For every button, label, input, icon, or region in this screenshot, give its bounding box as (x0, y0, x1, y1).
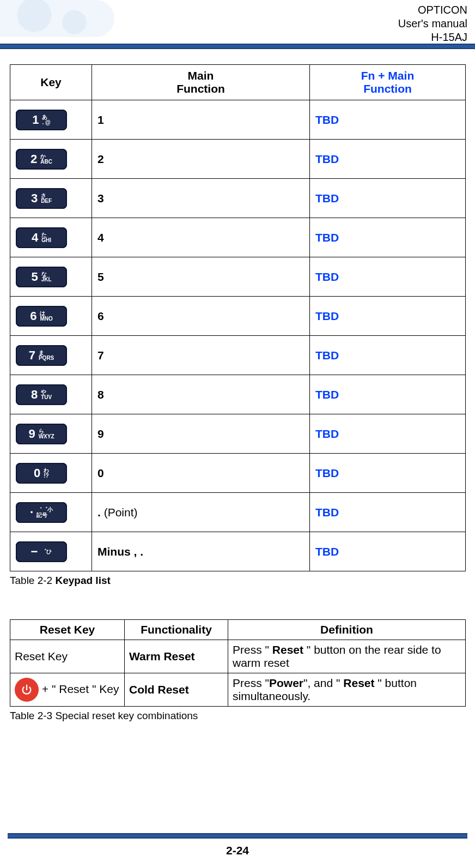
cell-fn-function: TBD (310, 100, 466, 140)
cell-fn-function: TBD (310, 179, 466, 218)
table1-caption-prefix: Table 2-2 (10, 575, 55, 586)
main-fn-label: 7 (98, 349, 104, 361)
cell-key: 7まPQRS (10, 336, 92, 375)
th-functionality: Functionality (125, 620, 228, 640)
th-main: Main Function (92, 65, 310, 100)
key-sub-glyph: わ!? (44, 468, 49, 479)
key-main-glyph: − (31, 546, 38, 558)
key-main-glyph: 8 (31, 389, 38, 401)
key-main-glyph: 9 (28, 428, 35, 440)
cell-fn-function: TBD (310, 218, 466, 257)
cell-key: ·゛゜小記号 (10, 493, 92, 532)
keypad-key-icon: 0わ!? (16, 463, 67, 484)
cell-main-function: Minus , . (92, 532, 310, 571)
cell-fn-function: TBD (310, 257, 466, 297)
table-row: 9らWXYZ9TBD (10, 414, 466, 454)
power-icon (15, 678, 39, 702)
cell-key: 0わ!? (10, 454, 92, 493)
key-sub-glyph: なJKL (41, 272, 52, 282)
table-row: 2かABC2TBD (10, 140, 466, 179)
cell-main-function: 1 (92, 100, 310, 140)
table-row: 4たGHI4TBD (10, 218, 466, 257)
cell-main-function: . (Point) (92, 493, 310, 532)
main-fn-rest: (Point) (101, 506, 138, 519)
page-number: 2-24 (0, 844, 475, 857)
reset-key-label: Reset Key (15, 650, 68, 662)
table1-caption-bold: Keypad list (55, 575, 110, 586)
table-row: 0わ!?0TBD (10, 454, 466, 493)
table-row: Reset Key Warm Reset Press " Reset " but… (10, 640, 466, 673)
def-bold-reset: Reset (272, 643, 303, 656)
cell-main-function: 0 (92, 454, 310, 493)
def-bold-reset: Reset (343, 677, 374, 689)
cell-main-function: 4 (92, 218, 310, 257)
cell-fn-function: TBD (310, 414, 466, 454)
cell-definition: Press " Reset " button on the rear side … (228, 640, 466, 673)
table-row: 3さDEF3TBD (10, 179, 466, 218)
cell-key: 3さDEF (10, 179, 92, 218)
cell-key: 9らWXYZ (10, 414, 92, 454)
cell-fn-function: TBD (310, 375, 466, 414)
table2-caption: Table 2-3 Special reset key combinations (10, 710, 475, 722)
def-mid: ", and " (303, 677, 343, 689)
keypad-key-icon: 9らWXYZ (16, 424, 67, 444)
th-reset-key: Reset Key (10, 620, 125, 640)
key-sub-glyph: ゛゜小記号 (36, 507, 53, 518)
cell-key: 6はMNO (10, 297, 92, 336)
cell-reset-key-combo: + " Reset " Key (10, 673, 125, 707)
keypad-key-icon: −゜ひ (16, 541, 67, 562)
th-fn-l2: Function (363, 82, 412, 95)
main-fn-label: 6 (98, 310, 104, 322)
key-main-glyph: 0 (34, 467, 40, 479)
th-fn-l1: Fn + Main (361, 69, 414, 82)
table-row: ·゛゜小記号. (Point)TBD (10, 493, 466, 532)
def-pre: Press " (233, 677, 269, 689)
keypad-key-icon: 1あ. @ (16, 110, 67, 130)
main-fn-label: Minus , . (98, 545, 143, 558)
reset-table: Reset Key Functionality Definition Reset… (10, 619, 466, 707)
keypad-key-icon: 7まPQRS (16, 345, 67, 366)
keypad-key-icon: 4たGHI (16, 227, 67, 248)
key-main-glyph: 3 (31, 192, 38, 204)
cell-key: 1あ. @ (10, 100, 92, 140)
header-text-block: OPTICON User's manual H-15AJ (398, 3, 467, 44)
key-main-glyph: 1 (32, 114, 39, 126)
cell-main-function: 5 (92, 257, 310, 297)
cell-fn-function: TBD (310, 532, 466, 571)
table-row: 8やTUV8TBD (10, 375, 466, 414)
table-row: + " Reset " Key Cold Reset Press "Power"… (10, 673, 466, 707)
cell-fn-function: TBD (310, 336, 466, 375)
cell-definition: Press "Power", and " Reset " button simu… (228, 673, 466, 707)
cell-main-function: 6 (92, 297, 310, 336)
warm-reset-label: Warm Reset (129, 650, 195, 662)
cell-key: 4たGHI (10, 218, 92, 257)
def-pre: Press " (233, 643, 272, 656)
def-bold-power: Power (269, 677, 303, 689)
cell-main-function: 3 (92, 179, 310, 218)
keypad-table: Key Main Function Fn + Main Function 1あ.… (10, 64, 466, 571)
main-fn-label: 0 (98, 467, 104, 479)
header-doc: User's manual (398, 17, 467, 31)
cell-key: 2かABC (10, 140, 92, 179)
cell-fn-function: TBD (310, 454, 466, 493)
main-fn-label: 8 (98, 388, 104, 401)
key-main-glyph: 2 (31, 153, 37, 165)
main-fn-label: 4 (98, 231, 104, 244)
main-fn-label: 3 (98, 192, 104, 204)
th-definition: Definition (228, 620, 466, 640)
main-fn-label: 2 (98, 153, 104, 165)
table1-caption: Table 2-2 Keypad list (10, 575, 475, 587)
keypad-key-icon: 8やTUV (16, 384, 67, 405)
header-rule (0, 44, 475, 49)
cell-key: −゜ひ (10, 532, 92, 571)
main-fn-label: 5 (98, 270, 104, 283)
footer-rule (8, 833, 467, 839)
key-main-glyph: · (30, 507, 33, 519)
table-row: −゜ひMinus , .TBD (10, 532, 466, 571)
keypad-key-icon: 6はMNO (16, 306, 67, 327)
cell-fn-function: TBD (310, 493, 466, 532)
cell-reset-key: Reset Key (10, 640, 125, 673)
cell-key: 5なJKL (10, 257, 92, 297)
cell-main-function: 2 (92, 140, 310, 179)
key-sub-glyph: かABC (40, 154, 52, 165)
